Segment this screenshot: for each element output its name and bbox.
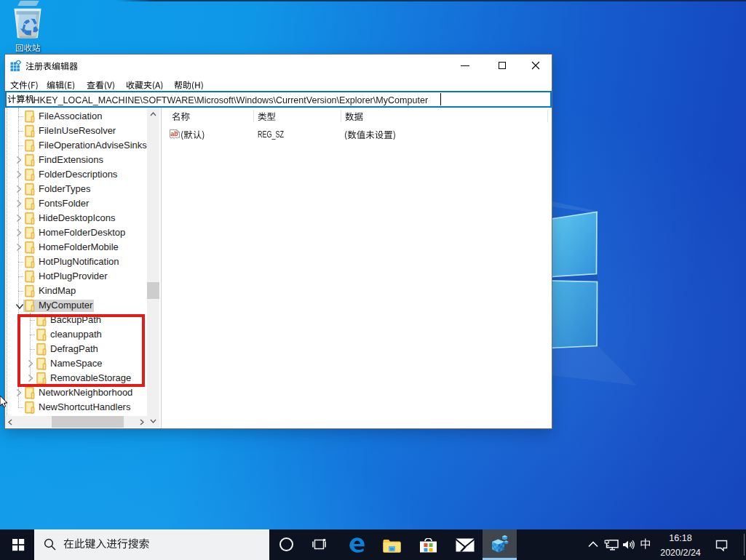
svg-text:ab: ab <box>170 130 178 137</box>
